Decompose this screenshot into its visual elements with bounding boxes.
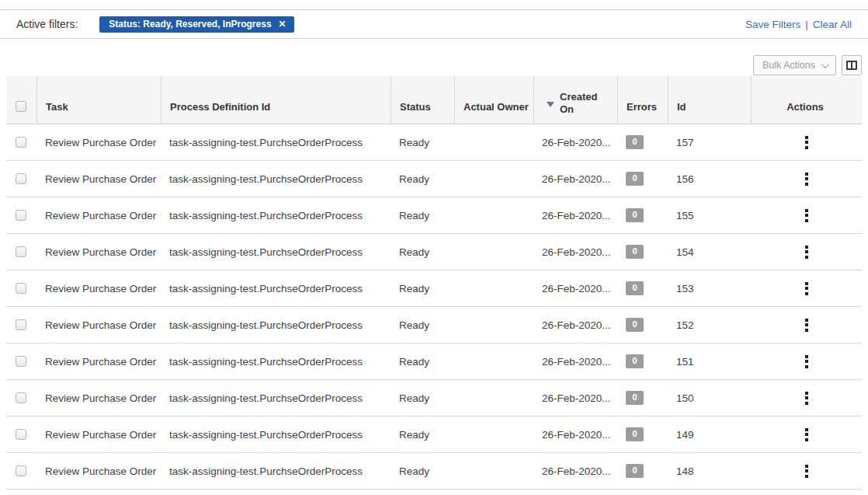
column-header-created-on[interactable]: Created On: [533, 76, 617, 124]
row-checkbox[interactable]: [16, 246, 26, 257]
row-checkbox[interactable]: [16, 210, 26, 221]
task-cell: Review Purchase Order: [36, 429, 161, 441]
table-row: Review Purchase Order task-assigning-tes…: [6, 270, 862, 307]
errors-cell: 0: [617, 464, 668, 478]
row-checkbox[interactable]: [16, 137, 26, 148]
row-select-cell: [6, 283, 36, 294]
row-checkbox[interactable]: [16, 392, 26, 403]
process-definition-id-cell: task-assigning-test.PurchseOrderProcess: [161, 173, 391, 185]
task-cell: Review Purchase Order: [36, 392, 161, 404]
errors-badge: 0: [626, 427, 644, 441]
table-row: Review Purchase Order task-assigning-tes…: [6, 161, 862, 197]
errors-cell: 0: [617, 135, 668, 149]
table-row: Review Purchase Order task-assigning-tes…: [6, 307, 862, 343]
actions-cell: [751, 352, 862, 371]
errors-badge: 0: [626, 391, 644, 405]
row-checkbox[interactable]: [16, 283, 26, 294]
save-filters-link[interactable]: Save Filters: [745, 19, 800, 30]
kebab-menu-button[interactable]: [799, 389, 814, 408]
chevron-down-icon: [821, 61, 829, 68]
actions-cell: [751, 279, 862, 298]
kebab-menu-button[interactable]: [799, 169, 814, 189]
process-definition-id-cell: task-assigning-test.PurchseOrderProcess: [161, 246, 391, 258]
sort-desc-icon: [547, 102, 554, 107]
kebab-menu-button[interactable]: [799, 206, 814, 225]
table-row: Review Purchase Order task-assigning-tes…: [6, 234, 862, 270]
created-on-cell: 26-Feb-2020...: [533, 210, 617, 221]
row-checkbox[interactable]: [16, 173, 26, 184]
id-cell: 148: [668, 465, 751, 477]
row-select-cell: [6, 319, 36, 330]
errors-badge: 0: [626, 354, 644, 368]
errors-badge: 0: [626, 208, 644, 222]
row-checkbox[interactable]: [16, 356, 26, 367]
status-cell: Ready: [391, 283, 454, 295]
created-on-cell: 26-Feb-2020...: [533, 137, 617, 148]
actions-cell: [751, 315, 862, 335]
kebab-menu-button[interactable]: [799, 279, 814, 298]
row-select-cell: [6, 210, 36, 221]
process-definition-id-cell: task-assigning-test.PurchseOrderProcess: [161, 429, 391, 441]
id-cell: 152: [668, 319, 751, 331]
kebab-menu-button[interactable]: [799, 133, 814, 152]
errors-cell: 0: [617, 245, 668, 259]
table-row: Review Purchase Order task-assigning-tes…: [6, 124, 862, 161]
created-on-cell: 26-Feb-2020...: [533, 429, 617, 441]
bulk-actions-button[interactable]: Bulk Actions: [753, 55, 836, 75]
actions-cell: [751, 169, 862, 189]
id-cell: 156: [668, 173, 751, 185]
errors-cell: 0: [617, 354, 668, 368]
created-on-cell: 26-Feb-2020...: [533, 246, 617, 258]
row-checkbox[interactable]: [16, 429, 26, 440]
row-checkbox[interactable]: [16, 319, 26, 330]
kebab-menu-button[interactable]: [799, 462, 814, 481]
errors-badge: 0: [626, 464, 644, 478]
row-checkbox[interactable]: [16, 465, 26, 476]
kebab-menu-button[interactable]: [799, 315, 814, 335]
status-cell: Ready: [391, 173, 454, 185]
process-definition-id-cell: task-assigning-test.PurchseOrderProcess: [161, 137, 391, 148]
column-header-task[interactable]: Task: [36, 76, 161, 124]
links-separator: |: [805, 19, 808, 30]
id-cell: 153: [668, 283, 751, 295]
kebab-menu-button[interactable]: [799, 242, 814, 262]
row-select-cell: [6, 246, 36, 257]
task-cell: Review Purchase Order: [36, 465, 161, 477]
table-row: Review Purchase Order task-assigning-tes…: [6, 343, 862, 380]
task-cell: Review Purchase Order: [36, 283, 161, 295]
created-on-cell: 26-Feb-2020...: [533, 392, 617, 404]
task-cell: Review Purchase Order: [36, 319, 161, 331]
select-all-checkbox[interactable]: [16, 101, 26, 112]
actions-cell: [751, 242, 862, 262]
chip-close-icon[interactable]: ✕: [279, 19, 286, 29]
id-cell: 154: [668, 246, 751, 258]
row-select-cell: [6, 137, 36, 148]
manage-columns-button[interactable]: [842, 55, 862, 75]
errors-cell: 0: [617, 172, 668, 186]
kebab-menu-button[interactable]: [799, 352, 814, 371]
columns-icon: [846, 61, 857, 70]
id-cell: 151: [668, 356, 751, 368]
process-definition-id-cell: task-assigning-test.PurchseOrderProcess: [161, 392, 391, 404]
column-header-status[interactable]: Status: [391, 76, 454, 124]
table-header-row: Task Process Definition Id Status Actual…: [6, 76, 862, 124]
id-cell: 155: [668, 210, 751, 221]
errors-cell: 0: [617, 208, 668, 222]
row-select-cell: [6, 465, 36, 476]
row-select-cell: [6, 429, 36, 440]
errors-badge: 0: [626, 281, 644, 295]
clear-all-link[interactable]: Clear All: [813, 19, 852, 30]
actions-cell: [751, 425, 862, 444]
errors-badge: 0: [626, 245, 644, 259]
column-header-id[interactable]: Id: [668, 76, 751, 124]
task-cell: Review Purchase Order: [36, 356, 161, 368]
column-header-errors[interactable]: Errors: [617, 76, 668, 124]
column-header-actual-owner[interactable]: Actual Owner: [454, 76, 533, 124]
process-definition-id-cell: task-assigning-test.PurchseOrderProcess: [161, 210, 391, 221]
row-select-cell: [6, 173, 36, 184]
filter-chip-label: Status: Ready, Reserved, InProgress: [109, 19, 271, 29]
actions-cell: [751, 462, 862, 481]
process-definition-id-cell: task-assigning-test.PurchseOrderProcess: [161, 283, 391, 295]
column-header-process-definition-id[interactable]: Process Definition Id: [161, 76, 391, 124]
kebab-menu-button[interactable]: [799, 425, 814, 444]
